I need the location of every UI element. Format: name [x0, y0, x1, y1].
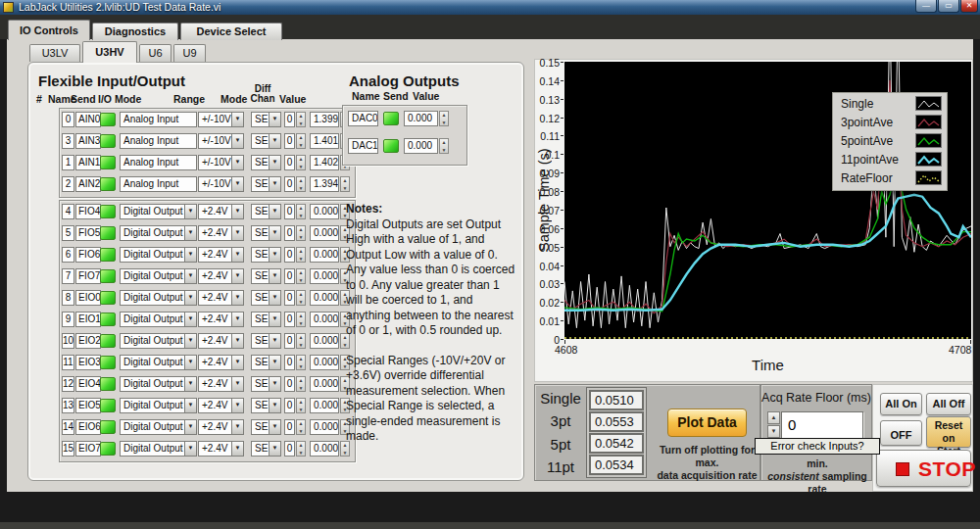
value-field[interactable]: 1.394: [310, 176, 339, 192]
mode-select[interactable]: SE: [251, 268, 270, 284]
send-led-button[interactable]: [100, 248, 116, 262]
channel-name-field[interactable]: EIO5: [75, 398, 101, 413]
dropdown-arrow-icon[interactable]: [269, 419, 281, 435]
dropdown-arrow-icon[interactable]: [184, 204, 197, 219]
channel-name-field[interactable]: EIO6: [75, 419, 101, 435]
diff-chan-field[interactable]: 0: [284, 398, 295, 413]
send-led-button[interactable]: [100, 334, 116, 348]
tab-u9[interactable]: U9: [173, 44, 206, 62]
spinner-icon[interactable]: [296, 376, 306, 392]
diff-chan-field[interactable]: 0: [284, 376, 295, 392]
dropdown-arrow-icon[interactable]: [231, 441, 244, 457]
channel-name-field[interactable]: FIO5: [75, 225, 101, 241]
tab-diagnostics[interactable]: Diagnostics: [92, 23, 178, 40]
value-field[interactable]: 0.000: [310, 333, 339, 349]
range-select[interactable]: +/-10V: [198, 133, 232, 149]
mode-select[interactable]: SE: [251, 355, 270, 370]
diff-chan-field[interactable]: 0: [284, 155, 295, 170]
send-led-button[interactable]: [100, 205, 116, 218]
value-field[interactable]: 1.399: [310, 112, 339, 127]
range-select[interactable]: +2.4V: [198, 376, 232, 392]
legend-item-Single[interactable]: Single: [833, 95, 947, 114]
channel-name-field[interactable]: EIO3: [75, 355, 101, 370]
diff-chan-field[interactable]: 0: [284, 355, 295, 370]
io-mode-select[interactable]: Digital Output: [120, 376, 185, 392]
dropdown-arrow-icon[interactable]: [269, 398, 281, 413]
tab-u3lv[interactable]: U3LV: [29, 44, 80, 62]
dropdown-arrow-icon[interactable]: [231, 247, 244, 263]
value-field[interactable]: 1.402: [310, 155, 339, 170]
send-led-button[interactable]: [100, 377, 116, 391]
channel-name-field[interactable]: FIO7: [75, 268, 101, 284]
dropdown-arrow-icon[interactable]: [269, 204, 281, 219]
spinner-icon[interactable]: [296, 268, 306, 284]
dropdown-arrow-icon[interactable]: [184, 355, 197, 370]
legend-item-RateFloor[interactable]: RateFloor: [833, 169, 947, 188]
channel-name-field[interactable]: FIO6: [75, 247, 101, 263]
spinner-icon[interactable]: [296, 204, 306, 219]
channel-name-field[interactable]: EIO7: [75, 441, 101, 457]
spinner-icon[interactable]: [296, 419, 306, 435]
value-field[interactable]: 0.000: [310, 398, 339, 413]
range-select[interactable]: +2.4V: [198, 290, 232, 306]
range-select[interactable]: +2.4V: [198, 225, 232, 241]
dropdown-arrow-icon[interactable]: [269, 441, 281, 457]
spinner-icon[interactable]: [296, 290, 306, 306]
spinner-icon[interactable]: [296, 441, 306, 457]
send-led-button[interactable]: [100, 113, 116, 126]
dropdown-arrow-icon[interactable]: [269, 133, 281, 149]
dropdown-arrow-icon[interactable]: [231, 225, 244, 241]
dropdown-arrow-icon[interactable]: [231, 155, 244, 170]
all-off-button[interactable]: All Off: [926, 393, 971, 415]
spinner-icon[interactable]: [439, 111, 449, 126]
mode-select[interactable]: SE: [251, 247, 270, 263]
spinner-icon[interactable]: [296, 333, 306, 349]
dropdown-arrow-icon[interactable]: [184, 268, 197, 284]
value-field[interactable]: 0.000: [310, 225, 339, 241]
mode-select[interactable]: SE: [251, 155, 270, 170]
legend-item-3pointAve[interactable]: 3pointAve: [833, 114, 947, 132]
mode-select[interactable]: SE: [251, 112, 270, 127]
dropdown-arrow-icon[interactable]: [231, 112, 244, 127]
dropdown-arrow-icon[interactable]: [231, 204, 244, 219]
dropdown-arrow-icon[interactable]: [184, 333, 197, 349]
send-led-button[interactable]: [100, 313, 116, 326]
spinner-icon[interactable]: [439, 138, 449, 154]
mode-select[interactable]: SE: [251, 176, 270, 192]
channel-name-field[interactable]: AIN1: [75, 155, 101, 170]
value-field[interactable]: 0.000: [310, 419, 339, 435]
range-select[interactable]: +2.4V: [198, 398, 232, 413]
range-select[interactable]: +2.4V: [198, 312, 232, 327]
io-mode-select[interactable]: Digital Output: [120, 290, 185, 306]
dac-value-field[interactable]: 0.000: [404, 111, 438, 126]
decrement-icon[interactable]: ▼: [767, 425, 780, 438]
off-toggle-button[interactable]: OFF: [880, 420, 922, 446]
dropdown-arrow-icon[interactable]: [184, 247, 197, 263]
range-select[interactable]: +2.4V: [198, 268, 232, 284]
send-led-button[interactable]: [100, 442, 116, 456]
dropdown-arrow-icon[interactable]: [184, 225, 197, 241]
diff-chan-field[interactable]: 0: [284, 176, 295, 192]
send-led-button[interactable]: [100, 420, 116, 434]
close-button[interactable]: ✕: [960, 0, 978, 13]
maximize-button[interactable]: ▭: [938, 0, 959, 13]
spinner-icon[interactable]: [340, 176, 350, 192]
spinner-icon[interactable]: [296, 247, 306, 263]
reset-on-start-button[interactable]: Reset on Start: [926, 416, 971, 448]
diff-chan-field[interactable]: 0: [284, 419, 295, 435]
spinner-icon[interactable]: [296, 112, 306, 127]
dropdown-arrow-icon[interactable]: [269, 268, 281, 284]
dropdown-arrow-icon[interactable]: [184, 398, 197, 413]
legend-item-5pointAve[interactable]: 5pointAve: [833, 132, 947, 151]
value-field[interactable]: 0.000: [310, 247, 339, 263]
mode-select[interactable]: SE: [251, 204, 270, 219]
channel-name-field[interactable]: EIO2: [75, 333, 101, 349]
range-select[interactable]: +2.4V: [198, 204, 232, 219]
dropdown-arrow-icon[interactable]: [231, 355, 244, 370]
io-mode-select[interactable]: Digital Output: [120, 225, 185, 241]
mode-select[interactable]: SE: [251, 225, 270, 241]
dropdown-arrow-icon[interactable]: [269, 312, 281, 327]
spinner-icon[interactable]: [296, 225, 306, 241]
dropdown-arrow-icon[interactable]: [184, 312, 197, 327]
diff-chan-field[interactable]: 0: [284, 268, 295, 284]
